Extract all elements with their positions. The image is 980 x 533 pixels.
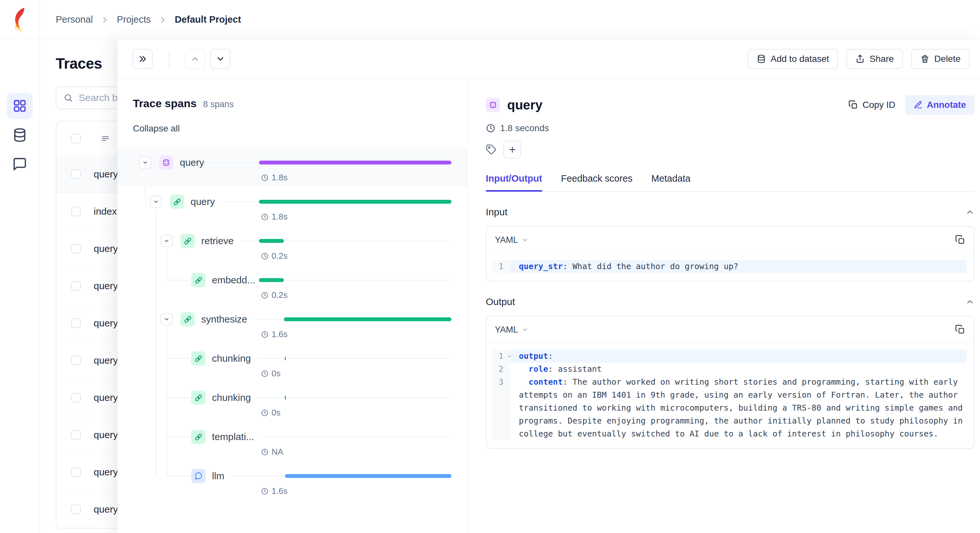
span-label: synthesize [201, 314, 247, 325]
clock-icon [261, 292, 269, 299]
collapse-panel-button[interactable] [132, 49, 153, 69]
copy-id-button[interactable]: Copy ID [848, 100, 896, 110]
delete-button[interactable]: Delete [911, 49, 970, 69]
share-icon [856, 54, 865, 63]
row-checkbox[interactable] [71, 430, 81, 440]
next-trace-button[interactable] [210, 49, 231, 69]
span-collapse-button[interactable] [150, 195, 162, 208]
comet-logo[interactable] [0, 0, 40, 39]
trace-name-cell: query [94, 504, 118, 515]
sidebar-item-datasets[interactable] [7, 122, 33, 148]
comet-flame-icon [13, 7, 27, 32]
format-select[interactable]: YAML [495, 325, 528, 335]
annotate-label: Annotate [927, 100, 966, 110]
breadcrumb-projects[interactable]: Projects [117, 14, 151, 25]
column-menu-icon[interactable] [101, 134, 110, 143]
tab-input-output[interactable]: Input/Output [486, 173, 542, 191]
annotate-button[interactable]: Annotate [905, 95, 975, 115]
clock-icon [261, 331, 269, 338]
span-duration: NA [261, 447, 283, 457]
row-checkbox[interactable] [71, 244, 81, 254]
clock-icon [261, 370, 269, 378]
database-icon [12, 128, 27, 143]
span-row[interactable]: llm 1.6s [118, 461, 467, 500]
collapse-section-icon[interactable] [966, 297, 975, 306]
code-line: content: The author worked on writing sh… [511, 376, 967, 440]
detail-duration: 1.8 seconds [500, 123, 549, 133]
span-label: chunking [212, 392, 251, 403]
span-collapse-button[interactable] [139, 156, 151, 169]
link-icon [191, 430, 205, 444]
format-select[interactable]: YAML [495, 235, 528, 245]
span-row[interactable]: chunking 0s [118, 343, 467, 382]
row-checkbox[interactable] [71, 467, 81, 477]
clock-icon [261, 409, 269, 417]
line-number: 1 [492, 260, 511, 273]
tab-feedback-scores[interactable]: Feedback scores [561, 173, 633, 191]
output-section-label: Output [486, 296, 515, 307]
sidebar-item-feedback[interactable] [7, 151, 33, 177]
span-label: embedd... [212, 274, 255, 286]
link-icon [191, 351, 205, 366]
span-row[interactable]: synthesize 1.6s [118, 304, 467, 343]
copy-input-button[interactable] [955, 235, 966, 245]
span-row[interactable]: templati... NA [118, 422, 467, 461]
link-icon [191, 273, 205, 287]
trace-icon [486, 98, 500, 112]
sidebar-item-projects[interactable] [7, 93, 33, 119]
row-checkbox[interactable] [71, 281, 81, 291]
span-collapse-button[interactable] [161, 313, 173, 325]
add-to-dataset-label: Add to dataset [771, 54, 829, 64]
share-label: Share [870, 54, 894, 64]
span-row[interactable]: chunking 0s [118, 382, 467, 422]
collapse-all-button[interactable]: Collapse all [133, 124, 180, 134]
span-label: chunking [212, 353, 251, 364]
input-code-block: 1 query_str: What did the author do grow… [487, 253, 974, 281]
format-value: YAML [495, 325, 518, 335]
fold-chevron-icon[interactable] [507, 354, 512, 359]
row-checkbox[interactable] [71, 318, 81, 328]
row-checkbox[interactable] [71, 206, 81, 216]
span-row[interactable]: query 1.8s [118, 187, 467, 226]
span-duration-bar [259, 160, 452, 165]
span-duration: 0.2s [261, 251, 288, 261]
share-button[interactable]: Share [846, 49, 903, 69]
link-icon [180, 234, 195, 248]
chevron-down-icon [142, 160, 148, 165]
span-row[interactable]: query 1.8s [118, 148, 467, 187]
span-label: retrieve [201, 235, 234, 246]
add-to-dataset-button[interactable]: Add to dataset [748, 49, 838, 69]
icon-sidebar [0, 39, 40, 533]
row-checkbox[interactable] [71, 393, 81, 403]
span-row[interactable]: retrieve 0.2s [118, 226, 467, 265]
select-all-checkbox[interactable] [71, 134, 81, 143]
tab-metadata[interactable]: Metadata [651, 173, 690, 191]
breadcrumb-personal[interactable]: Personal [56, 14, 93, 25]
code-line: role: assistant [511, 363, 967, 376]
input-card: YAML 1 query_str: What did the author do… [486, 226, 975, 281]
span-detail-panel: query Copy ID Annotate 1.8 seconds [468, 79, 980, 533]
link-icon [170, 195, 184, 209]
chevron-down-icon [153, 199, 159, 205]
chat-icon [191, 469, 205, 483]
row-checkbox[interactable] [71, 504, 81, 514]
span-duration-bar [259, 200, 452, 204]
span-duration-bar [259, 278, 284, 282]
detail-tabs: Input/Output Feedback scores Metadata [486, 173, 975, 192]
previous-trace-button[interactable] [185, 49, 205, 69]
spans-count: 8 spans [203, 99, 234, 109]
format-value: YAML [495, 235, 518, 245]
collapse-section-icon[interactable] [966, 208, 975, 217]
span-row[interactable]: embedd... 0.2s [118, 265, 467, 304]
grid-icon [12, 98, 27, 113]
span-collapse-button[interactable] [161, 235, 173, 247]
add-tag-button[interactable] [503, 141, 521, 159]
row-checkbox[interactable] [71, 355, 81, 365]
chevron-down-icon [215, 54, 225, 64]
span-label: llm [212, 471, 224, 482]
copy-output-button[interactable] [955, 324, 966, 335]
row-checkbox[interactable] [71, 169, 81, 179]
trace-name-cell: query [94, 318, 118, 329]
span-duration: 0s [261, 368, 280, 379]
delete-label: Delete [934, 54, 961, 64]
